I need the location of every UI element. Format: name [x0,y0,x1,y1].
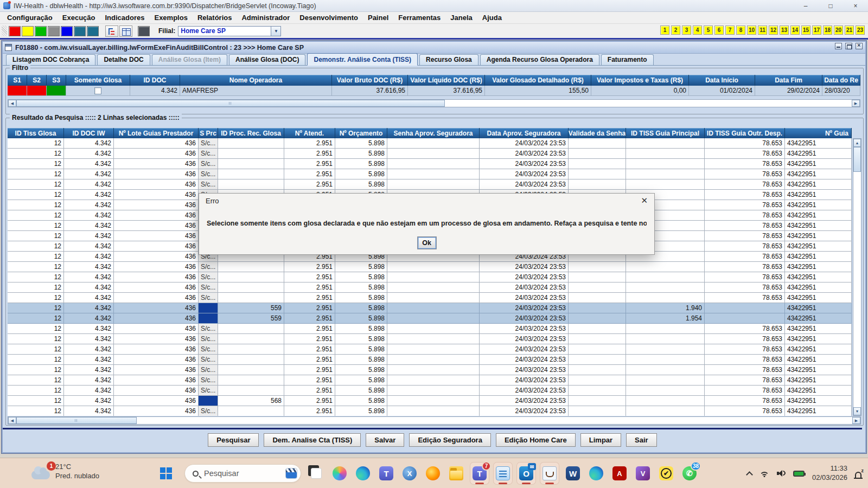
tab-detalhe-doc[interactable]: Detalhe DOC [97,54,150,65]
table-row[interactable]: 124.342436S/c...2.9515.89824/03/2024 23:… [8,159,852,169]
taskbar-icon-file-explorer[interactable] [446,462,466,485]
numbered-button-23[interactable]: 23 [856,25,865,35]
menu-ferramentas[interactable]: Ferramentas [393,12,445,23]
menu-desenvolvimento[interactable]: Desenvolvimento [295,12,363,23]
menu-ajuda[interactable]: Ajuda [477,12,507,23]
numbered-button-1[interactable]: 1 [660,25,669,35]
numbered-button-15[interactable]: 15 [801,25,810,35]
filter-column-s2[interactable]: S2 [27,75,47,86]
table-row[interactable]: 124.342436S/c...2.9515.89824/03/2024 23:… [8,324,852,334]
numbered-button-7[interactable]: 7 [725,25,735,35]
mdi-maximize-icon[interactable] [845,43,852,49]
numbered-button-13[interactable]: 13 [780,25,789,35]
menu-indicadores[interactable]: Indicadores [100,12,150,23]
table-row[interactable]: 124.342436S/c...2.9515.89824/03/2024 23:… [8,169,852,179]
numbered-button-20[interactable]: 20 [834,25,843,35]
taskbar-icon-firefox[interactable] [423,462,443,485]
result-column-id-doc-iw[interactable]: ID DOC IW [64,128,114,138]
result-column-n-atend[interactable]: Nº Atend. [284,128,335,138]
dialog-close-icon[interactable]: ✕ [641,196,648,206]
grid-view-button[interactable] [119,25,132,37]
taskbar-icon-notepad[interactable] [493,462,513,485]
result-column-n-guia[interactable]: Nº Guia [785,128,852,138]
tray-overflow-chevron-icon[interactable] [746,471,753,478]
table-row[interactable]: 124.342436S/c...2.9515.89824/03/2024 23:… [8,179,852,190]
numbered-button-5[interactable]: 5 [704,25,713,35]
close-icon[interactable]: × [843,0,868,12]
result-column-id-proc-rec-glosa[interactable]: ID Proc. Rec. Glosa [218,128,284,138]
scrollbar-track[interactable] [137,417,852,424]
weather-widget[interactable]: 21°C Pred. nublado [31,463,99,481]
taskbar-icon-teams-chat[interactable]: 7 [470,462,489,485]
menu-painel[interactable]: Painel [363,12,393,23]
taskbar-icon-whatsapp[interactable]: 38 [680,462,699,485]
mdi-titlebar[interactable]: F01880 - com.iw.visualLayer.billing.IwFo… [3,42,865,54]
filter-horizontal-scrollbar[interactable]: ◀ ▶ [8,99,860,107]
menu-exemplos[interactable]: Exemplos [149,12,192,23]
pesquisar-button[interactable]: Pesquisar [208,433,259,447]
taskbar-icon-task-view[interactable] [307,462,326,485]
notification-bell-icon[interactable] [855,472,861,478]
result-column-id-tiss-glosa[interactable]: ID Tiss Glosa [8,128,64,138]
taskbar-icon-tickcheck[interactable] [656,462,676,485]
taskbar-icon-visual-studio[interactable] [633,462,653,485]
filter-column-valor-liquido-doc-r[interactable]: Valor Líquido DOC (R$) [408,75,485,86]
numbered-button-6[interactable]: 6 [714,25,724,35]
edicao-home-care-button[interactable]: Edição Home Care [496,433,576,447]
numbered-button-14[interactable]: 14 [790,25,800,35]
table-row[interactable]: 124.342436S/c...2.9515.89824/03/2024 23:… [8,406,852,416]
tab-analise-glosa-doc[interactable]: Análise Glosa (DOC) [229,54,305,65]
taskbar-icon-outlook[interactable] [516,462,536,485]
scroll-up-icon[interactable]: ▲ [853,139,861,147]
start-button[interactable] [160,467,172,479]
mdi-minimize-icon[interactable] [835,43,842,49]
yellow-swatch[interactable] [22,26,34,36]
teal-swatch-2[interactable] [87,26,99,36]
table-row[interactable]: 124.342436S/c...2.9515.89824/03/2024 23:… [8,365,852,375]
table-row[interactable]: 124.3424365682.9515.89824/03/2024 23:537… [8,396,852,406]
table-row[interactable]: 124.3424365592.9515.89824/03/2024 23:531… [8,313,852,324]
maximize-icon[interactable]: □ [818,0,843,12]
table-row[interactable]: 124.342436S/c...2.9515.89824/03/2024 23:… [8,138,852,149]
filter-column-somente-glosa[interactable]: Somente Glosa [66,75,130,86]
table-row[interactable]: 124.342436S/c...2.9515.89824/03/2024 23:… [8,262,852,272]
result-column-n-orcamento[interactable]: Nº Orçamento [335,128,387,138]
taskbar-icon-teams[interactable] [376,462,396,485]
table-row[interactable]: 124.342436S/c...2.9515.89824/03/2024 23:… [8,334,852,344]
result-column-n-lote-guias-prestador[interactable]: Nº Lote Guias Prestador [114,128,199,138]
tab-agenda-recurso-glosa-operadora[interactable]: Agenda Recurso Glosa Operadora [480,54,599,65]
numbered-button-11[interactable]: 11 [758,25,767,35]
scrollbar-thumb[interactable] [16,100,445,107]
numbered-button-3[interactable]: 3 [682,25,691,35]
dem-analise-cta-tiss-button[interactable]: Dem. Analise Cta (TISS) [264,433,361,447]
filter-column-id-doc[interactable]: ID DOC [130,75,180,86]
result-column-senha-aprov-seguradora[interactable]: Senha Aprov. Seguradora [387,128,480,138]
scrollbar-thumb[interactable] [853,147,861,172]
tab-recurso-glosa[interactable]: Recurso Glosa [419,54,478,65]
results-horizontal-scrollbar[interactable]: ◀ ▶ [8,416,861,425]
filter-column-valor-glosado-detalhado-r[interactable]: Valor Glosado Detalhado (R$) [485,75,591,86]
taskbar-icon-iw-app[interactable] [400,462,419,485]
scroll-left-icon[interactable]: ◀ [8,100,16,107]
scroll-right-icon[interactable]: ▶ [852,100,860,107]
filter-column-data-inicio[interactable]: Data Início [689,75,755,86]
table-row[interactable]: 124.342436S/c...2.9515.89824/03/2024 23:… [8,149,852,159]
menu-execucao[interactable]: Execução [58,12,100,23]
table-row[interactable]: 124.342436S/c...2.9515.89824/03/2024 23:… [8,272,852,282]
table-row[interactable]: 124.342436S/c...2.9515.89824/03/2024 23:… [8,344,852,355]
numbered-button-21[interactable]: 21 [845,25,854,35]
filter-column-valor-bruto-doc-r[interactable]: Valor Bruto DOC (R$) [332,75,408,86]
toolbar-grip[interactable] [2,25,7,36]
scroll-left-icon[interactable]: ◀ [8,417,16,424]
daily-highlight-icon[interactable] [285,468,297,479]
taskbar-icon-copilot[interactable] [330,462,349,485]
blue-swatch[interactable] [61,26,73,36]
filter-column-nome-operadora[interactable]: Nome Operadora [180,75,332,86]
sair-button[interactable]: Sair [626,433,657,447]
red-swatch[interactable] [9,26,21,36]
battery-icon[interactable] [793,471,805,477]
chevron-down-icon[interactable]: ▼ [271,27,280,36]
scrollbar-track[interactable] [853,172,861,407]
numbered-button-2[interactable]: 2 [671,25,680,35]
taskbar-icon-acrobat[interactable] [610,462,629,485]
